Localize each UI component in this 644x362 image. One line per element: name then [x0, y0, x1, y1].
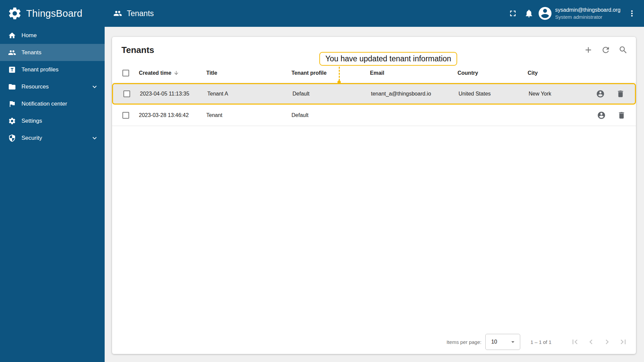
items-per-page-value: 10 — [491, 339, 497, 345]
user-avatar-button[interactable] — [537, 5, 553, 21]
sidebar-item-settings[interactable]: Settings — [0, 112, 105, 129]
annotation-connector-line — [339, 67, 340, 81]
add-icon — [584, 45, 593, 55]
sidebar-item-label: Settings — [21, 118, 42, 124]
annotation-connector-dot — [337, 80, 341, 84]
chevron-down-icon — [91, 83, 99, 91]
home-icon — [8, 32, 16, 40]
chevron-left-icon — [586, 337, 596, 347]
sidebar-item-label: Tenants — [21, 49, 42, 56]
fullscreen-button[interactable] — [505, 5, 521, 21]
cell-country: United States — [459, 91, 529, 97]
column-header-title[interactable]: Title — [206, 70, 291, 76]
search-icon — [619, 45, 628, 55]
dropdown-arrow-icon — [509, 338, 517, 346]
shield-icon — [8, 134, 16, 142]
sidebar: Home Tenants Tenant profiles Resources N… — [0, 27, 105, 362]
cell-city: New York — [529, 91, 593, 97]
user-info: sysadmin@thingsboard.org System administ… — [555, 6, 621, 20]
table-row-tenant-a[interactable]: 2023-04-05 11:13:35 Tenant A Default ten… — [112, 83, 636, 105]
manage-user-icon — [596, 89, 605, 98]
next-page-button[interactable] — [599, 334, 615, 350]
table-empty-area — [112, 126, 636, 330]
first-page-icon — [570, 337, 580, 347]
column-label: City — [528, 70, 538, 76]
user-role: System administrator — [555, 14, 621, 20]
table-row-tenant[interactable]: 2023-03-28 13:46:42 Tenant Default — [112, 105, 636, 126]
first-page-button[interactable] — [567, 334, 583, 350]
last-page-button[interactable] — [615, 334, 631, 350]
people-icon — [8, 49, 16, 57]
card-tools — [580, 41, 632, 59]
thingsboard-logo-icon — [7, 6, 22, 21]
sidebar-item-notification-center[interactable]: Notification center — [0, 95, 105, 112]
column-label: Tenant profile — [291, 70, 327, 76]
main-content: You have updated tenant information Tena… — [105, 27, 644, 362]
manage-tenant-admins-button[interactable] — [597, 111, 606, 120]
paginator: Items per page: 10 1 – 1 of 1 — [112, 330, 636, 354]
sidebar-item-label: Home — [21, 32, 37, 39]
column-header-country[interactable]: Country — [458, 70, 528, 76]
column-header-email[interactable]: Email — [370, 70, 458, 76]
column-label: Created time — [139, 70, 171, 76]
sort-desc-icon — [173, 70, 179, 76]
trash-icon — [616, 89, 625, 98]
column-header-tenant-profile[interactable]: Tenant profile — [291, 70, 370, 76]
trash-icon — [617, 111, 626, 120]
column-label: Email — [370, 70, 384, 76]
cell-email: tenant_a@thingsboard.io — [371, 91, 459, 97]
add-tenant-button[interactable] — [580, 41, 597, 59]
manage-user-icon — [597, 111, 606, 120]
sidebar-item-label: Security — [21, 135, 42, 141]
tenants-icon — [113, 9, 122, 18]
more-vert-icon — [627, 9, 637, 18]
chevron-right-icon — [602, 337, 612, 347]
manage-tenant-admins-button[interactable] — [596, 89, 605, 99]
chevron-down-icon — [91, 134, 99, 142]
sidebar-item-label: Tenant profiles — [21, 66, 59, 73]
top-bar: ThingsBoard Tenants sysadmin@thingsboard… — [0, 0, 644, 27]
card-title: Tenants — [121, 45, 154, 55]
tenants-card: You have updated tenant information Tena… — [112, 37, 636, 354]
refresh-button[interactable] — [597, 41, 614, 59]
search-button[interactable] — [614, 41, 632, 59]
topbar-actions: sysadmin@thingsboard.org System administ… — [505, 5, 644, 21]
column-header-city[interactable]: City — [528, 70, 592, 76]
notifications-button[interactable] — [521, 5, 537, 21]
select-all-checkbox[interactable] — [122, 70, 129, 76]
previous-page-button[interactable] — [583, 334, 599, 350]
refresh-icon — [601, 45, 610, 55]
cell-tenant-profile: Default — [291, 112, 370, 118]
sidebar-item-resources[interactable]: Resources — [0, 78, 105, 95]
column-header-created-time[interactable]: Created time — [139, 70, 206, 76]
cell-title: Tenant — [206, 112, 291, 118]
sidebar-item-tenants[interactable]: Tenants — [0, 44, 105, 61]
cell-title: Tenant A — [207, 91, 292, 97]
delete-tenant-button[interactable] — [617, 111, 627, 120]
page-range-label: 1 – 1 of 1 — [530, 339, 551, 345]
brand-name: ThingsBoard — [26, 8, 83, 19]
row-checkbox[interactable] — [123, 90, 130, 97]
sidebar-item-label: Notification center — [21, 101, 67, 107]
row-checkbox[interactable] — [122, 112, 129, 119]
column-label: Title — [206, 70, 217, 76]
flag-icon — [8, 100, 16, 108]
cell-created-time: 2023-04-05 11:13:35 — [140, 91, 207, 97]
sidebar-item-security[interactable]: Security — [0, 129, 105, 146]
sidebar-item-home[interactable]: Home — [0, 27, 105, 44]
items-per-page-select[interactable]: 10 — [485, 334, 520, 350]
account-circle-icon — [537, 6, 553, 21]
more-menu-button[interactable] — [624, 5, 640, 21]
folder-icon — [8, 83, 16, 91]
gear-icon — [8, 117, 16, 125]
user-email: sysadmin@thingsboard.org — [555, 6, 621, 14]
tenant-profiles-icon — [8, 66, 16, 74]
cell-tenant-profile: Default — [292, 91, 371, 97]
annotation-callout: You have updated tenant information — [319, 52, 457, 66]
sidebar-item-tenant-profiles[interactable]: Tenant profiles — [0, 61, 105, 78]
brand[interactable]: ThingsBoard — [0, 6, 105, 21]
delete-tenant-button[interactable] — [616, 89, 626, 99]
last-page-icon — [619, 337, 628, 347]
fullscreen-icon — [508, 9, 518, 18]
column-label: Country — [458, 70, 478, 76]
